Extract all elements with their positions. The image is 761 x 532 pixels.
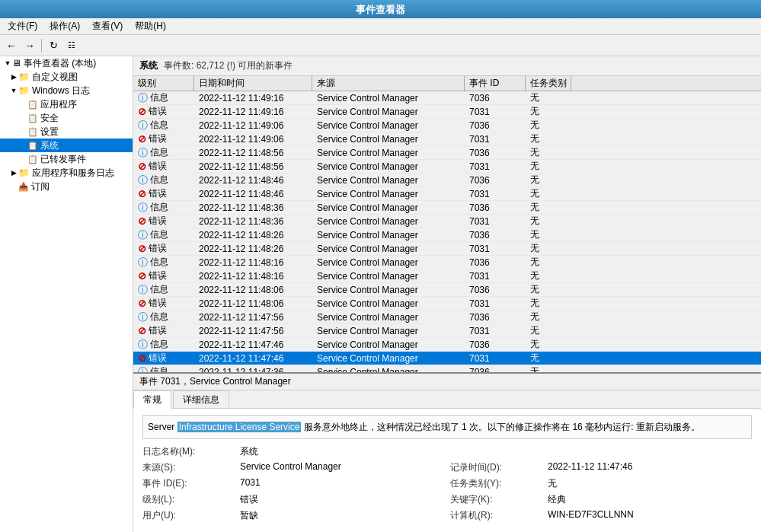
table-row[interactable]: ⊘错误 2022-11-12 11:48:06 Service Control … (133, 297, 761, 311)
menu-file[interactable]: 文件(F) (3, 18, 42, 34)
table-row[interactable]: ⓘ信息 2022-11-12 11:48:56 Service Control … (133, 146, 761, 160)
sidebar-item-label: 设置 (40, 126, 59, 139)
cell-eventid: 7031 (465, 161, 526, 173)
level-text: 错误 (149, 352, 167, 365)
sidebar-item-subscription[interactable]: 📥 订阅 (0, 180, 133, 193)
field-label-taskcategory: 任务类别(Y): (450, 477, 542, 490)
col-header-source[interactable]: 来源 (312, 76, 465, 91)
col-header-level[interactable]: 级别 (133, 76, 194, 91)
tab-details[interactable]: 详细信息 (173, 390, 229, 408)
menu-view[interactable]: 查看(V) (88, 18, 127, 34)
col-header-eventid[interactable]: 事件 ID (465, 76, 526, 91)
sidebar-item-application[interactable]: 📋 应用程序 (0, 97, 133, 111)
sidebar-item-forwarded[interactable]: 📋 已转发事件 (0, 152, 133, 166)
title-text: 事件查看器 (356, 4, 405, 15)
table-row[interactable]: ⓘ信息 2022-11-12 11:47:46 Service Control … (133, 338, 761, 352)
tab-general[interactable]: 常规 (133, 390, 171, 409)
menu-action[interactable]: 操作(A) (45, 18, 85, 34)
table-row[interactable]: ⊘错误 2022-11-12 11:48:46 Service Control … (133, 187, 761, 201)
table-row[interactable]: ⊘错误 2022-11-12 11:48:16 Service Control … (133, 269, 761, 283)
info-icon: ⓘ (138, 311, 148, 324)
error-icon: ⊘ (138, 215, 146, 227)
log-icon: 📋 (27, 113, 38, 123)
field-label-recordtime: 记录时间(D): (450, 461, 542, 474)
cell-source: Service Control Manager (312, 298, 465, 310)
table-row[interactable]: ⓘ信息 2022-11-12 11:47:36 Service Control … (133, 365, 761, 372)
field-value-empty1 (548, 445, 752, 458)
expand-icon: ▼ (3, 59, 12, 67)
expand-icon: ▼ (9, 87, 18, 94)
table-row[interactable]: ⓘ信息 2022-11-12 11:48:26 Service Control … (133, 228, 761, 242)
level-text: 错误 (149, 269, 167, 282)
header-title: 系统 (139, 59, 158, 72)
cell-eventid: 7031 (465, 188, 526, 200)
cell-source: Service Control Manager (312, 339, 465, 351)
field-label-keyword: 关键字(K): (450, 493, 542, 506)
col-header-task[interactable]: 任务类别 (526, 76, 571, 91)
table-row[interactable]: ⊘错误 2022-11-12 11:48:26 Service Control … (133, 242, 761, 256)
table-row[interactable]: ⓘ信息 2022-11-12 11:48:06 Service Control … (133, 283, 761, 297)
forward-button[interactable]: → (21, 37, 38, 54)
sidebar-item-security[interactable]: 📋 安全 (0, 111, 133, 125)
error-icon: ⊘ (138, 352, 146, 364)
table-row[interactable]: ⊘错误 2022-11-12 11:48:56 Service Control … (133, 160, 761, 174)
cell-date: 2022-11-12 11:49:06 (194, 133, 312, 145)
table-row[interactable]: ⓘ信息 2022-11-12 11:48:16 Service Control … (133, 256, 761, 269)
field-value-computer: WIN-ED7F3CLLNNN (548, 509, 752, 522)
cell-level: ⓘ信息 (133, 337, 194, 352)
info-icon: ⓘ (138, 283, 148, 297)
sidebar-item-label: 订阅 (31, 180, 50, 193)
sidebar-item-appsvc-log[interactable]: ▶ 📁 应用程序和服务日志 (0, 166, 133, 180)
cell-eventid: 7036 (465, 311, 526, 323)
cell-eventid: 7031 (465, 298, 526, 310)
table-row[interactable]: ⓘ信息 2022-11-12 11:47:56 Service Control … (133, 311, 761, 324)
right-panel: 系统 事件数: 62,712 (!) 可用的新事件 级别 日期和时间 来源 事件… (133, 56, 761, 532)
back-button[interactable]: ← (3, 37, 20, 54)
level-text: 错误 (149, 187, 167, 200)
table-row[interactable]: ⊘错误 2022-11-12 11:49:16 Service Control … (133, 105, 761, 119)
detail-fields: 日志名称(M): 系统 来源(S): Service Control Manag… (142, 445, 752, 522)
cell-source: Service Control Manager (312, 161, 465, 173)
cell-eventid: 7036 (465, 339, 526, 351)
table-row[interactable]: ⓘ信息 2022-11-12 11:49:06 Service Control … (133, 119, 761, 132)
error-icon: ⊘ (138, 325, 146, 336)
table-row[interactable]: ⊘错误 2022-11-12 11:47:46 Service Control … (133, 352, 761, 365)
cell-source: Service Control Manager (312, 147, 465, 159)
toolbar: ← → ↻ ☷ (0, 35, 761, 56)
subscription-icon: 📥 (18, 182, 29, 192)
table-row[interactable]: ⊘错误 2022-11-12 11:48:36 Service Control … (133, 215, 761, 228)
table-row[interactable]: ⓘ信息 2022-11-12 11:48:36 Service Control … (133, 201, 761, 215)
info-icon: ⓘ (138, 228, 148, 242)
error-icon: ⊘ (138, 161, 146, 172)
table-row[interactable]: ⓘ信息 2022-11-12 11:49:16 Service Control … (133, 91, 761, 105)
cell-level: ⊘错误 (133, 186, 194, 201)
cell-task: 无 (526, 255, 571, 269)
cell-task: 无 (526, 173, 571, 187)
table-row[interactable]: ⊘错误 2022-11-12 11:47:56 Service Control … (133, 324, 761, 338)
sidebar-item-windows-log[interactable]: ▼ 📁 Windows 日志 (0, 84, 133, 97)
field-label-level: 级别(L): (142, 493, 234, 506)
sidebar-item-label: 自定义视图 (32, 71, 78, 84)
info-icon: ⓘ (138, 146, 148, 160)
menu-help[interactable]: 帮助(H) (130, 18, 171, 34)
refresh-button[interactable]: ↻ (45, 37, 62, 54)
sidebar-item-root[interactable]: ▼ 🖥 事件查看器 (本地) (0, 56, 133, 70)
sidebar-item-setup[interactable]: 📋 设置 (0, 125, 133, 139)
cell-level: ⊘错误 (133, 241, 194, 256)
cell-date: 2022-11-12 11:48:26 (194, 229, 312, 241)
field-value-eventid: 7031 (240, 477, 444, 490)
sidebar-item-system[interactable]: 📋 系统 (0, 139, 133, 152)
event-list-body[interactable]: ⓘ信息 2022-11-12 11:49:16 Service Control … (133, 91, 761, 372)
sidebar-item-label: Windows 日志 (32, 84, 90, 97)
cell-eventid: 7031 (465, 270, 526, 282)
field-value-recordtime: 2022-11-12 11:47:46 (548, 461, 752, 474)
cell-task: 无 (526, 159, 571, 174)
col-header-date[interactable]: 日期和时间 (194, 76, 312, 91)
cell-task: 无 (526, 282, 571, 297)
sidebar-item-label: 已转发事件 (40, 153, 86, 166)
table-row[interactable]: ⊘错误 2022-11-12 11:49:06 Service Control … (133, 132, 761, 146)
table-row[interactable]: ⓘ信息 2022-11-12 11:48:46 Service Control … (133, 174, 761, 187)
sidebar-item-custom-view[interactable]: ▶ 📁 自定义视图 (0, 70, 133, 84)
cell-task: 无 (526, 132, 571, 146)
view-button[interactable]: ☷ (63, 37, 80, 54)
